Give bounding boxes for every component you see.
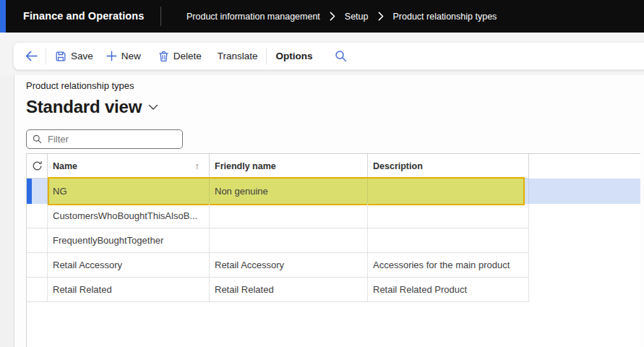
cell-filler bbox=[529, 228, 640, 253]
page-content: Product relationship types Standard view bbox=[15, 75, 644, 347]
back-button[interactable] bbox=[25, 50, 38, 62]
row-select-cell[interactable] bbox=[27, 253, 48, 278]
refresh-button[interactable] bbox=[27, 154, 48, 179]
chevron-down-icon bbox=[148, 104, 158, 111]
collapsed-nav-rail[interactable] bbox=[0, 75, 14, 347]
toolbar-divider bbox=[46, 48, 46, 64]
delete-button[interactable]: Delete bbox=[158, 51, 202, 62]
top-navigation-bar: Finance and Operations Product informati… bbox=[0, 0, 644, 33]
toolbar-divider bbox=[266, 48, 267, 64]
cell-name[interactable]: Retail Accessory bbox=[48, 253, 210, 278]
cell-name[interactable]: CustomersWhoBoughtThisAlsoB... bbox=[48, 204, 210, 228]
cell-friendly-name[interactable]: Non genuine bbox=[210, 179, 368, 204]
delete-button-label: Delete bbox=[173, 51, 202, 61]
column-header-friendly-name[interactable]: Friendly name bbox=[210, 154, 368, 179]
new-button[interactable]: New bbox=[106, 51, 141, 61]
product-relationship-types-grid: Name ↑ Friendly name Description NG Non … bbox=[26, 153, 640, 347]
breadcrumb: Product information management Setup Pro… bbox=[186, 0, 497, 33]
breadcrumb-module[interactable]: Product information management bbox=[186, 12, 320, 22]
app-title[interactable]: Finance and Operations bbox=[23, 0, 144, 33]
cell-filler bbox=[529, 204, 640, 228]
filter-input[interactable] bbox=[46, 133, 176, 145]
search-icon bbox=[335, 50, 347, 62]
save-icon bbox=[55, 51, 66, 62]
row-select-cell[interactable] bbox=[27, 228, 48, 253]
topbar-divider bbox=[160, 7, 161, 26]
column-header-description-label: Description bbox=[373, 161, 423, 171]
page-caption: Product relationship types bbox=[26, 80, 134, 91]
translate-button-label: Translate bbox=[218, 51, 258, 61]
cell-friendly-name[interactable] bbox=[210, 228, 368, 253]
row-select-cell[interactable] bbox=[27, 278, 48, 302]
save-button-label: Save bbox=[71, 51, 93, 61]
column-header-name-label: Name bbox=[53, 161, 77, 171]
cell-description[interactable] bbox=[368, 228, 529, 253]
column-header-name[interactable]: Name ↑ bbox=[48, 154, 210, 179]
cell-description[interactable]: Accessories for the main product bbox=[368, 253, 529, 278]
cell-name[interactable]: NG bbox=[48, 179, 210, 204]
options-menu-button[interactable]: Options bbox=[276, 51, 313, 61]
table-row[interactable]: Retail Accessory Retail Accessory Access… bbox=[27, 253, 640, 278]
cell-filler bbox=[529, 253, 640, 278]
refresh-icon bbox=[32, 160, 43, 171]
accent-strip bbox=[0, 0, 6, 33]
translate-button[interactable]: Translate bbox=[218, 51, 258, 61]
column-header-friendly-name-label: Friendly name bbox=[215, 161, 276, 171]
table-row[interactable]: CustomersWhoBoughtThisAlsoB... bbox=[27, 204, 640, 228]
view-selector[interactable]: Standard view bbox=[26, 97, 158, 117]
sort-ascending-icon: ↑ bbox=[195, 160, 200, 171]
cell-description[interactable]: Retail Related Product bbox=[368, 278, 529, 302]
chevron-right-icon bbox=[330, 12, 335, 21]
filter-search-icon bbox=[33, 134, 42, 144]
plus-icon bbox=[106, 51, 117, 61]
grid-filter-field[interactable] bbox=[26, 129, 183, 149]
row-selection-indicator bbox=[27, 179, 32, 204]
cell-filler bbox=[529, 278, 640, 302]
save-button[interactable]: Save bbox=[55, 51, 93, 62]
cell-name[interactable]: FrequentlyBoughtTogether bbox=[48, 228, 210, 253]
back-arrow-icon bbox=[25, 50, 38, 62]
app-window: Finance and Operations Product informati… bbox=[0, 0, 644, 347]
table-row-selected[interactable]: NG Non genuine bbox=[27, 179, 640, 204]
new-button-label: New bbox=[121, 51, 141, 61]
chevron-right-icon bbox=[378, 12, 384, 21]
grid-header-row: Name ↑ Friendly name Description bbox=[27, 153, 640, 179]
command-toolbar: Save New Delete Translate Options bbox=[13, 42, 644, 70]
options-button-label: Options bbox=[276, 51, 313, 61]
view-title: Standard view bbox=[26, 97, 142, 117]
cell-filler bbox=[529, 179, 640, 204]
table-row[interactable]: Retail Related Retail Related Retail Rel… bbox=[27, 278, 640, 302]
table-row[interactable]: FrequentlyBoughtTogether bbox=[27, 228, 640, 253]
cell-friendly-name[interactable]: Retail Related bbox=[210, 278, 368, 302]
cell-description[interactable] bbox=[368, 204, 529, 228]
trash-icon bbox=[158, 51, 169, 62]
toolbar-search-button[interactable] bbox=[335, 50, 347, 62]
breadcrumb-section[interactable]: Setup bbox=[345, 12, 369, 22]
cell-description[interactable] bbox=[368, 179, 529, 204]
cell-friendly-name[interactable]: Retail Accessory bbox=[210, 253, 368, 278]
cell-friendly-name[interactable] bbox=[210, 204, 368, 228]
column-header-filler bbox=[529, 154, 640, 179]
breadcrumb-page[interactable]: Product relationship types bbox=[393, 12, 497, 22]
cell-name[interactable]: Retail Related bbox=[48, 278, 210, 302]
column-header-description[interactable]: Description bbox=[368, 154, 529, 179]
row-select-cell[interactable] bbox=[27, 204, 48, 228]
